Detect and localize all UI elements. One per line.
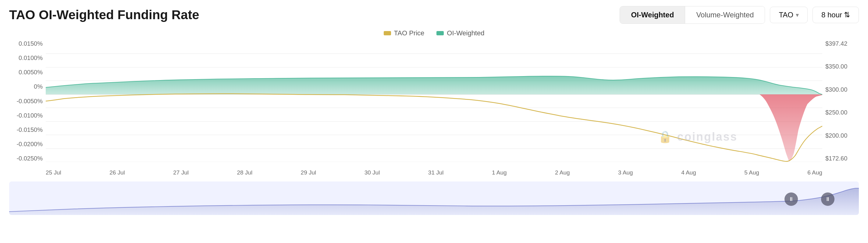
y-left-4: -0.0050% bbox=[17, 98, 43, 105]
x-label-1: 26 Jul bbox=[110, 169, 125, 176]
volume-weighted-button[interactable]: Volume-Weighted bbox=[685, 6, 765, 24]
header: TAO OI-Weighted Funding Rate OI-Weighted… bbox=[9, 6, 859, 24]
hour-selector[interactable]: 8 hour ⇅ bbox=[812, 7, 859, 23]
y-right-5: $172.60 bbox=[825, 155, 847, 162]
x-label-5: 30 Jul bbox=[365, 169, 380, 176]
x-label-10: 4 Aug bbox=[681, 169, 696, 176]
pause-icon-left: ⏸ bbox=[788, 196, 794, 203]
y-left-0: 0.0150% bbox=[19, 40, 43, 47]
y-right-4: $200.00 bbox=[825, 132, 847, 139]
asset-dropdown[interactable]: TAO ▾ bbox=[770, 7, 808, 23]
y-left-7: -0.0200% bbox=[17, 141, 43, 148]
hour-arrow-icon: ⇅ bbox=[844, 11, 850, 19]
pause-button-left[interactable]: ⏸ bbox=[784, 193, 798, 206]
y-left-3: 0% bbox=[34, 83, 43, 90]
chart-svg-area: 🔒 coinglass bbox=[46, 40, 822, 162]
y-right-2: $300.00 bbox=[825, 86, 847, 93]
chart-legend: TAO Price OI-Weighted bbox=[9, 29, 859, 37]
x-label-9: 3 Aug bbox=[618, 169, 633, 176]
price-line bbox=[46, 94, 822, 162]
mini-area bbox=[9, 188, 859, 215]
dropdown-arrow-icon: ▾ bbox=[796, 11, 799, 19]
legend-oi: OI-Weighted bbox=[436, 29, 484, 37]
x-label-4: 29 Jul bbox=[301, 169, 316, 176]
legend-price: TAO Price bbox=[384, 29, 425, 37]
oi-positive-area bbox=[46, 76, 819, 94]
chart-area: 0.0150% 0.0100% 0.0050% 0% -0.0050% -0.0… bbox=[9, 40, 859, 180]
asset-label: TAO bbox=[779, 11, 793, 19]
y-left-1: 0.0100% bbox=[19, 55, 43, 62]
x-label-7: 1 Aug bbox=[492, 169, 507, 176]
oi-legend-label: OI-Weighted bbox=[447, 29, 484, 37]
y-axis-left: 0.0150% 0.0100% 0.0050% 0% -0.0050% -0.0… bbox=[9, 40, 46, 162]
price-legend-label: TAO Price bbox=[394, 29, 425, 37]
y-right-3: $250.00 bbox=[825, 109, 847, 116]
price-legend-dot bbox=[384, 31, 391, 35]
x-label-2: 27 Jul bbox=[173, 169, 189, 176]
y-left-8: -0.0250% bbox=[17, 155, 43, 162]
x-label-8: 2 Aug bbox=[555, 169, 570, 176]
controls: OI-Weighted Volume-Weighted TAO ▾ 8 hour… bbox=[620, 6, 859, 24]
pause-icon-right: ⏸ bbox=[825, 196, 831, 203]
weight-toggle: OI-Weighted Volume-Weighted bbox=[620, 6, 765, 24]
main-chart-svg: 🔒 coinglass bbox=[46, 40, 822, 162]
x-label-12: 6 Aug bbox=[807, 169, 822, 176]
y-left-2: 0.0050% bbox=[19, 69, 43, 76]
pause-button-right[interactable]: ⏸ bbox=[821, 193, 835, 206]
x-label-11: 5 Aug bbox=[744, 169, 759, 176]
page-title: TAO OI-Weighted Funding Rate bbox=[9, 8, 199, 22]
y-left-6: -0.0150% bbox=[17, 126, 43, 133]
y-right-1: $350.00 bbox=[825, 63, 847, 70]
oi-legend-dot bbox=[436, 31, 444, 35]
x-label-0: 25 Jul bbox=[46, 169, 61, 176]
x-label-3: 28 Jul bbox=[237, 169, 252, 176]
y-right-0: $397.42 bbox=[825, 40, 847, 47]
mini-chart-svg bbox=[9, 181, 859, 215]
y-left-5: -0.0100% bbox=[17, 112, 43, 119]
oi-weighted-button[interactable]: OI-Weighted bbox=[620, 6, 685, 24]
x-label-6: 31 Jul bbox=[428, 169, 444, 176]
mini-chart: ⏸ ⏸ bbox=[9, 181, 859, 215]
hour-label: 8 hour bbox=[822, 11, 842, 19]
watermark-text: 🔒 coinglass bbox=[658, 130, 738, 144]
y-axis-right: $397.42 $350.00 $300.00 $250.00 $200.00 … bbox=[822, 40, 859, 162]
oi-negative-area bbox=[760, 94, 822, 162]
x-axis: 25 Jul 26 Jul 27 Jul 28 Jul 29 Jul 30 Ju… bbox=[46, 165, 822, 180]
